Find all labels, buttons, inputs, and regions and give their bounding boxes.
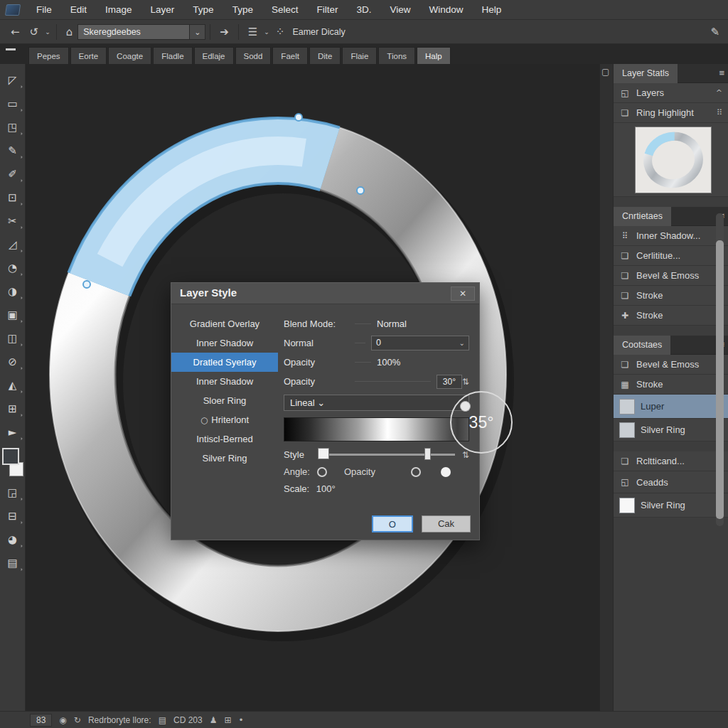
history-brush-tool[interactable]: ◑ <box>2 279 23 303</box>
style-item-inner-shadow-2[interactable]: Inner Shadow <box>171 372 278 391</box>
panel-row-layers[interactable]: ◱ Layers ^ <box>614 83 728 103</box>
pen-tool[interactable]: ◭ <box>2 373 23 397</box>
menu-type-2[interactable]: Type <box>223 0 262 20</box>
eraser-tool[interactable]: ▣ <box>2 303 23 326</box>
style-item-gradient-overlay[interactable]: Gradient Overlay <box>171 314 278 333</box>
panel-header-effects[interactable]: Cnrtietaes ≡ <box>614 207 728 226</box>
preset-field[interactable]: Skeregdeebes <box>77 24 190 40</box>
zoom-level[interactable]: 83 <box>30 714 52 727</box>
preset-dropdown-icon[interactable]: ⌄ <box>190 24 205 40</box>
panel-tab-label[interactable]: Cootstaes <box>614 336 670 355</box>
color-swatches[interactable] <box>1 448 24 476</box>
opacity-value[interactable]: 100% <box>377 357 469 368</box>
panel-tab-label[interactable]: Cnrtietaes <box>614 207 671 226</box>
layer-thumbnail[interactable] <box>619 498 635 513</box>
selection-handle[interactable] <box>295 114 302 121</box>
dialog-title-bar[interactable]: Layer Style ✕ <box>171 283 479 304</box>
pen-options-icon[interactable]: ✎ <box>705 26 728 38</box>
doc-tab-11-active[interactable]: Halp <box>417 47 451 64</box>
style-item-silver-ring[interactable]: Silver Ring <box>171 449 278 468</box>
menu-type[interactable]: Type <box>183 0 223 20</box>
panel-row-stroke-2[interactable]: ▦ Stroke <box>614 375 728 395</box>
marquee-tool[interactable]: ▭ <box>2 92 23 115</box>
panel-row-silver-ring-2[interactable]: Silver Ring <box>614 493 728 518</box>
doc-tab-8[interactable]: Dite <box>309 47 341 64</box>
ok-button[interactable]: O <box>372 515 413 532</box>
angle-dial-handle[interactable] <box>460 401 471 412</box>
menu-file[interactable]: File <box>27 0 61 20</box>
selection-handle[interactable] <box>83 281 90 288</box>
lasso-tool[interactable]: ◳ <box>2 115 23 139</box>
menu-layer[interactable]: Layer <box>141 0 184 20</box>
panel-header-layer-stats[interactable]: Layer Statls ≡ <box>614 64 728 83</box>
grid-icon[interactable]: ⁘ <box>271 26 290 38</box>
menu-3d[interactable]: 3D. <box>347 0 380 20</box>
panel-collapse-strip[interactable]: ▢ <box>599 64 613 711</box>
menu-window[interactable]: Window <box>419 0 472 20</box>
list-options-icon[interactable]: ☰ <box>243 26 262 38</box>
menu-edit[interactable]: Edit <box>61 0 96 20</box>
stepper-icon[interactable]: ⇅ <box>462 450 469 460</box>
style-item-sloer-ring[interactable]: Sloer Ring <box>171 391 278 410</box>
panel-row-luper-selected[interactable]: Luper ⌄ <box>614 395 728 419</box>
doc-tab-3[interactable]: Coagte <box>108 47 151 64</box>
opacity2-input[interactable]: 30° <box>437 375 462 389</box>
panel-row-bevel-emboss-2[interactable]: ❏ Bevel & Emoss ⌃ <box>614 355 728 375</box>
style-slider[interactable] <box>319 454 455 456</box>
doc-tab-7[interactable]: Faelt <box>272 47 308 64</box>
panel-scrollbar-thumb[interactable] <box>716 240 724 519</box>
doc-tab-5[interactable]: Edlaje <box>194 47 234 64</box>
opacity-radio[interactable] <box>411 467 421 477</box>
brush-tool[interactable]: ◿ <box>2 232 23 256</box>
style-item-hriterlont[interactable]: ○Hriterlont <box>171 410 278 429</box>
collapse-dash-icon[interactable] <box>6 48 16 50</box>
undo-icon[interactable]: ↺ <box>25 26 44 38</box>
scale-value[interactable]: 100° <box>316 483 336 494</box>
style-item-intiscl[interactable]: Intiscl-Berned <box>171 429 278 449</box>
layer-preview[interactable] <box>614 123 728 197</box>
mask-tool[interactable]: ⊟ <box>2 504 23 528</box>
quick-select-tool[interactable]: ✎ <box>2 139 23 162</box>
menu-select[interactable]: Select <box>262 0 308 20</box>
panel-row-silver-ring[interactable]: Silver Ring <box>614 419 728 441</box>
doc-tab-1[interactable]: Pepes <box>28 47 69 64</box>
rotate-icon[interactable]: ↻ <box>74 715 81 725</box>
shape-tool[interactable]: ◕ <box>2 528 23 551</box>
panel-row-ceadds[interactable]: ◱ Ceadds ^ <box>614 471 728 493</box>
eyedropper-tool[interactable]: ⊡ <box>2 186 23 209</box>
panel-row-stroke[interactable]: ❏ Stroke ^ <box>614 286 728 306</box>
panel-toggle-icon[interactable]: ⊞ <box>224 715 231 725</box>
cancel-button[interactable]: Cak <box>422 515 471 532</box>
foreground-color-swatch[interactable] <box>2 448 19 465</box>
home-icon[interactable]: ⌂ <box>61 26 78 38</box>
close-icon[interactable]: ✕ <box>451 287 475 301</box>
heal-tool[interactable]: ✂ <box>2 209 23 232</box>
blend-mode-value[interactable]: Normal <box>377 318 469 329</box>
menu-filter[interactable]: Filter <box>307 0 347 20</box>
slider-handle-left[interactable] <box>318 448 329 459</box>
menu-image[interactable]: Image <box>96 0 141 20</box>
layer-thumbnail[interactable] <box>619 399 635 414</box>
chevron-up-icon[interactable]: ^ <box>716 88 722 97</box>
layer-thumbnail[interactable] <box>619 422 635 438</box>
menu-help[interactable]: Help <box>473 0 511 20</box>
angle-radio[interactable] <box>317 467 327 477</box>
gradient-preview-bar[interactable] <box>284 417 469 441</box>
slider-handle-right[interactable] <box>424 448 431 460</box>
style-item-inner-shadow[interactable]: Inner Shadow <box>171 333 278 353</box>
angle-dial[interactable]: 35° <box>450 391 513 454</box>
menu-view[interactable]: View <box>380 0 419 20</box>
opacity-radio-filled[interactable] <box>441 467 451 477</box>
dots-icon[interactable]: ⠿ <box>717 108 722 117</box>
back-arrow-icon[interactable]: ← <box>6 26 25 38</box>
path-select-tool[interactable]: ► <box>2 420 23 444</box>
doc-tab-10[interactable]: Tions <box>378 47 415 64</box>
dodge-tool[interactable]: ⊘ <box>2 350 23 373</box>
type-tool[interactable]: ⊞ <box>2 397 23 420</box>
forward-arrow-icon[interactable]: ➔ <box>215 26 234 38</box>
list-dropdown-icon[interactable]: ⌄ <box>262 28 271 36</box>
move-tool[interactable]: ◸ <box>2 68 23 92</box>
crop-tool[interactable]: ✐ <box>2 162 23 186</box>
panel-row-inner-shadow[interactable]: ⠿ Inner Shadow... ⌃ <box>614 226 728 246</box>
panel-row-ring-highlight[interactable]: ❏ Ring Highlight ⠿ <box>614 103 728 123</box>
